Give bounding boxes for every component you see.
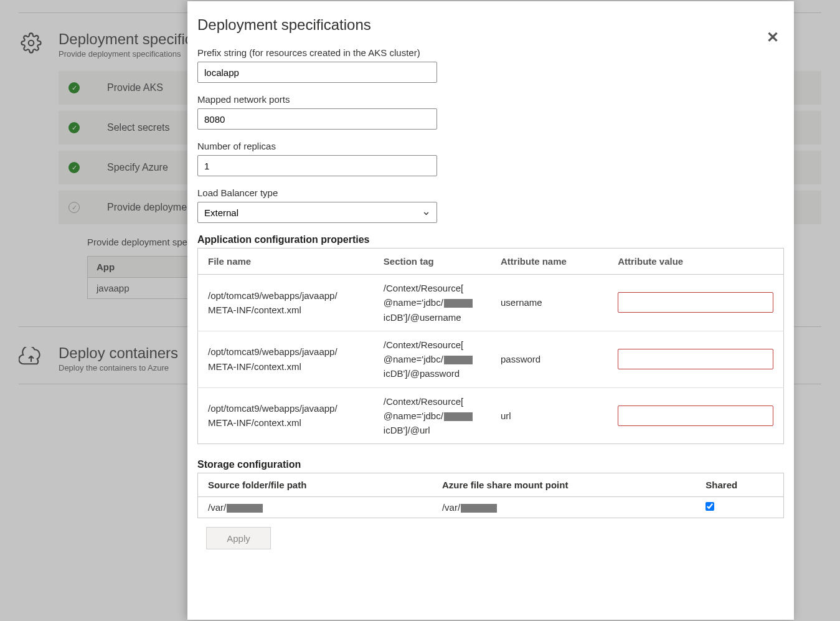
attr-value-input[interactable] (618, 349, 773, 369)
th-mount: Azure file share mount point (432, 473, 696, 497)
sec-l1: /Context/Resource[ (384, 396, 463, 407)
apply-button[interactable]: Apply (206, 527, 271, 549)
prefix-label: Prefix string (for resources created in … (197, 47, 784, 58)
close-button[interactable]: ✕ (764, 29, 781, 46)
config-row: /opt/tomcat9/webapps/javaapp/ META-INF/c… (198, 331, 784, 387)
sec-l2a: @name='jdbc/ (384, 410, 443, 421)
file-l1: /opt/tomcat9/webapps/javaapp/ (208, 403, 337, 414)
sec-l3: icDB']/@url (384, 425, 430, 435)
th-attr: Attribute name (491, 249, 608, 275)
storage-table: Source folder/file path Azure file share… (197, 473, 784, 518)
file-l2: META-INF/context.xml (208, 361, 301, 372)
file-l1: /opt/tomcat9/webapps/javaapp/ (208, 290, 337, 301)
deployment-spec-modal: ✕ Deployment specifications Prefix strin… (187, 1, 794, 620)
lb-select[interactable]: External (197, 202, 437, 223)
redacted (227, 504, 263, 513)
redacted (461, 504, 497, 513)
mount-pre: /var/ (442, 502, 460, 513)
config-row: /opt/tomcat9/webapps/javaapp/ META-INF/c… (198, 275, 784, 331)
attr-value-input[interactable] (618, 405, 773, 426)
attr-name: url (491, 387, 608, 444)
lb-label: Load Balancer type (197, 187, 784, 198)
src-pre: /var/ (208, 502, 226, 513)
ports-label: Mapped network ports (197, 94, 784, 105)
storage-heading: Storage configuration (197, 459, 784, 470)
modal-title: Deployment specifications (197, 16, 784, 34)
ports-input[interactable] (197, 108, 437, 130)
th-shared: Shared (696, 473, 783, 497)
replicas-label: Number of replicas (197, 141, 784, 151)
attr-name: username (491, 275, 608, 331)
sec-l3: icDB']/@password (384, 368, 460, 379)
sec-l2a: @name='jdbc/ (384, 297, 443, 308)
sec-l2a: @name='jdbc/ (384, 354, 443, 364)
app-config-heading: Application configuration properties (197, 234, 784, 245)
th-src: Source folder/file path (198, 473, 432, 497)
attr-name: password (491, 331, 608, 387)
shared-checkbox[interactable] (706, 502, 714, 511)
file-l2: META-INF/context.xml (208, 417, 301, 428)
redacted (444, 356, 473, 364)
attr-value-input[interactable] (618, 292, 773, 313)
file-l1: /opt/tomcat9/webapps/javaapp/ (208, 346, 337, 357)
th-file: File name (198, 249, 374, 275)
replicas-input[interactable] (197, 155, 437, 176)
config-table: File name Section tag Attribute name Att… (197, 248, 784, 444)
sec-l3: icDB']/@username (384, 312, 461, 323)
file-l2: META-INF/context.xml (208, 305, 301, 315)
redacted (444, 299, 473, 308)
storage-row: /var/ /var/ (198, 497, 784, 518)
redacted (444, 412, 473, 421)
th-val: Attribute value (608, 249, 783, 275)
prefix-input[interactable] (197, 62, 437, 83)
config-row: /opt/tomcat9/webapps/javaapp/ META-INF/c… (198, 387, 784, 444)
sec-l1: /Context/Resource[ (384, 339, 463, 350)
sec-l1: /Context/Resource[ (384, 283, 463, 293)
th-section: Section tag (374, 249, 491, 275)
